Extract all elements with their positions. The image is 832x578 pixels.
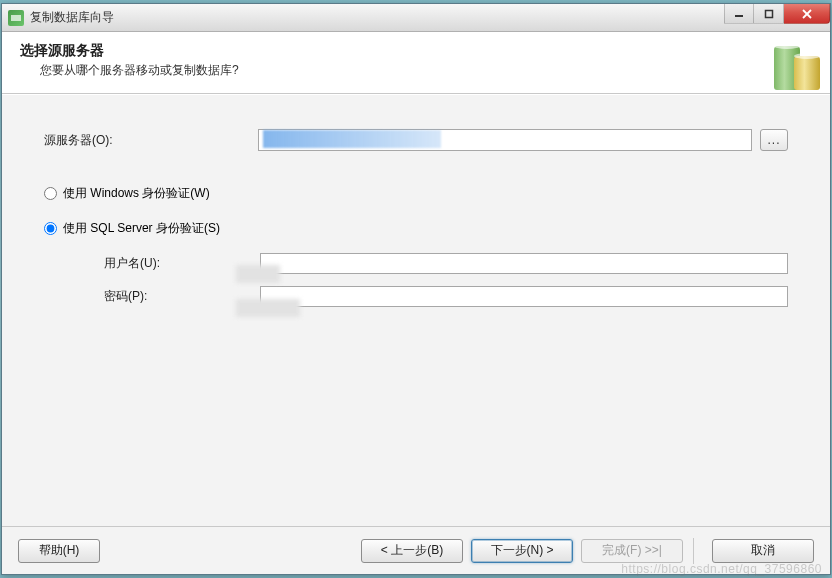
close-button[interactable] bbox=[784, 4, 830, 24]
help-button[interactable]: 帮助(H) bbox=[18, 539, 100, 563]
page-subtitle: 您要从哪个服务器移动或复制数据库? bbox=[40, 62, 812, 79]
back-button[interactable]: < 上一步(B) bbox=[361, 539, 463, 563]
separator bbox=[693, 538, 694, 564]
sql-auth-radio-row[interactable]: 使用 SQL Server 身份验证(S) bbox=[44, 220, 788, 237]
database-icon bbox=[794, 56, 820, 90]
wizard-footer: 帮助(H) < 上一步(B) 下一步(N) > 完成(F) >>| 取消 bbox=[2, 526, 830, 574]
wizard-window: 复制数据库向导 选择源服务器 您要从哪个服务器移动或复制数据库? 源服务器(O)… bbox=[1, 3, 831, 575]
maximize-button[interactable] bbox=[754, 4, 784, 24]
password-label: 密码(P): bbox=[104, 288, 260, 305]
window-title: 复制数据库向导 bbox=[30, 9, 114, 26]
password-row: 密码(P): bbox=[104, 286, 788, 307]
credentials-group: 用户名(U): 密码(P): bbox=[104, 253, 788, 307]
sql-auth-radio[interactable] bbox=[44, 222, 57, 235]
titlebar[interactable]: 复制数据库向导 bbox=[2, 4, 830, 32]
minimize-button[interactable] bbox=[724, 4, 754, 24]
password-input[interactable] bbox=[260, 286, 788, 307]
wizard-header: 选择源服务器 您要从哪个服务器移动或复制数据库? bbox=[2, 32, 830, 94]
page-title: 选择源服务器 bbox=[20, 42, 812, 60]
sql-auth-label: 使用 SQL Server 身份验证(S) bbox=[63, 220, 220, 237]
wizard-body: 源服务器(O): ... 使用 Windows 身份验证(W) 使用 SQL S… bbox=[2, 94, 830, 526]
next-button[interactable]: 下一步(N) > bbox=[471, 539, 573, 563]
svg-rect-1 bbox=[765, 10, 772, 17]
windows-auth-radio[interactable] bbox=[44, 187, 57, 200]
source-server-input[interactable] bbox=[258, 129, 752, 151]
window-controls bbox=[724, 4, 830, 24]
username-row: 用户名(U): bbox=[104, 253, 788, 274]
source-server-row: 源服务器(O): ... bbox=[44, 129, 788, 151]
windows-auth-radio-row[interactable]: 使用 Windows 身份验证(W) bbox=[44, 185, 788, 202]
browse-server-button[interactable]: ... bbox=[760, 129, 788, 151]
username-input[interactable] bbox=[260, 253, 788, 274]
app-icon bbox=[8, 10, 24, 26]
finish-button: 完成(F) >>| bbox=[581, 539, 683, 563]
source-server-label: 源服务器(O): bbox=[44, 132, 258, 149]
cancel-button[interactable]: 取消 bbox=[712, 539, 814, 563]
header-graphic bbox=[752, 36, 824, 90]
windows-auth-label: 使用 Windows 身份验证(W) bbox=[63, 185, 210, 202]
username-label: 用户名(U): bbox=[104, 255, 260, 272]
